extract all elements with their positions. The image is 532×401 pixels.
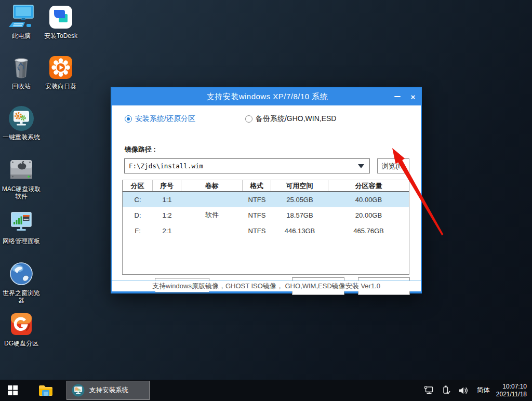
partition-table-header: 分区 序号 卷标 格式 可用空间 分区容量: [123, 180, 409, 192]
mode-radio-group: 安装系统/还原分区 备份系统/GHO,WIN,ESD: [125, 114, 336, 124]
this-pc-icon: [7, 3, 35, 31]
windows-logo-icon: [8, 385, 18, 395]
installer-app-icon: [71, 383, 85, 397]
close-window-button[interactable]: ×: [405, 88, 421, 105]
desktop-icon-dg-partition[interactable]: DG硬盘分区: [0, 311, 43, 347]
clock[interactable]: 10:07:10 2021/11/18: [494, 383, 532, 398]
reinstall-system-icon: [7, 104, 35, 132]
desktop-icon-label: 安装ToDesk: [39, 32, 82, 39]
network-tray-icon[interactable]: [420, 380, 438, 401]
image-path-label: 镜像路径 :: [125, 145, 156, 154]
desktop-icon-world-browser[interactable]: 世界之窗浏览器: [0, 260, 43, 304]
desktop-icon-label: 回收站: [0, 83, 43, 90]
desktop-icon-install-todesk[interactable]: 安装ToDesk: [39, 3, 82, 39]
desktop-icon-network-panel[interactable]: 网络管理面板: [0, 208, 43, 245]
partition-row-f[interactable]: F: 2:1 NTFS 446.13GB 465.76GB: [123, 223, 409, 238]
tray-date: 2021/11/18: [496, 391, 527, 398]
desktop-icon-one-key-reinstall[interactable]: 一键重装系统: [0, 104, 43, 141]
dialog-body: 安装系统/还原分区 备份系统/GHO,WIN,ESD 镜像路径 : F:\Zjd…: [112, 105, 421, 291]
dialog-titlebar[interactable]: 支持安装windows XP/7/8/10 系统 ×: [112, 88, 421, 105]
desktop-icon-label: MAC硬盘读取软件: [0, 185, 43, 200]
recycle-bin-icon: [7, 54, 35, 82]
image-path-combobox[interactable]: F:\Zjds\install.wim: [124, 158, 370, 173]
minimize-button[interactable]: [390, 88, 405, 105]
dialog-statusbar: 支持windows原版镜像，GHOST ISO镜像， GHO,WIM,ESD镜像…: [112, 280, 421, 291]
dialog-title: 支持安装windows XP/7/8/10 系统: [145, 92, 390, 102]
volume-tray-icon[interactable]: [455, 380, 473, 401]
system-tray: 简体 10:07:10 2021/11/18: [420, 380, 532, 401]
partition-row-d[interactable]: D: 1:2 软件 NTFS 18.57GB 20.00GB: [123, 207, 409, 223]
taskbar-item-label: 支持安装系统: [89, 386, 128, 395]
close-icon: ×: [411, 93, 416, 101]
usb-tray-icon[interactable]: [438, 380, 455, 401]
desktop-icon-label: 安装向日葵: [39, 83, 82, 90]
radio-backup-system[interactable]: 备份系统/GHO,WIN,ESD: [245, 114, 337, 124]
desktop-icon-recycle-bin[interactable]: 回收站: [0, 54, 43, 90]
desktop-icon-label: 世界之窗浏览器: [0, 289, 43, 304]
radio-install-system[interactable]: 安装系统/还原分区: [125, 114, 195, 124]
status-text: 支持windows原版镜像，GHOST ISO镜像， GHO,WIM,ESD镜像…: [152, 282, 380, 291]
ime-indicator[interactable]: 简体: [473, 386, 494, 395]
minimize-icon: [394, 96, 401, 97]
sunflower-icon: [47, 54, 75, 82]
dropdown-arrow-icon: [358, 164, 364, 168]
radio-unselected-icon: [245, 115, 252, 123]
desktop-icon-label: 网络管理面板: [0, 237, 43, 245]
partition-table: 分区 序号 卷标 格式 可用空间 分区容量 C: 1:1 NTFS 25.05G…: [122, 180, 409, 275]
desktop-icon-mac-disk-reader[interactable]: MAC硬盘读取软件: [0, 156, 43, 200]
tray-time: 10:07:10: [496, 383, 527, 391]
file-explorer-button[interactable]: [33, 380, 58, 401]
desktop-icon-label: 一键重装系统: [0, 133, 43, 141]
taskbar: 支持安装系统 简体: [0, 380, 532, 401]
image-path-value: F:\Zjds\install.wim: [125, 162, 358, 170]
partition-row-c[interactable]: C: 1:1 NTFS 25.05GB 40.00GB: [123, 192, 409, 207]
mac-drive-icon: [7, 156, 35, 184]
desktop-icon-label: DG硬盘分区: [0, 340, 43, 347]
globe-icon: [7, 260, 35, 288]
radio-selected-icon: [125, 115, 132, 123]
todesk-icon: [47, 3, 75, 31]
desktop-icon-install-sunflower[interactable]: 安装向日葵: [39, 54, 82, 90]
browse-button[interactable]: 浏览(B): [377, 158, 409, 173]
desktop-icon-label: 此电脑: [0, 32, 43, 39]
dg-icon: [7, 311, 35, 339]
taskbar-item-installer[interactable]: 支持安装系统: [66, 381, 150, 400]
desktop-icon-this-pc[interactable]: 此电脑: [0, 3, 43, 39]
folder-icon: [38, 384, 53, 397]
start-button[interactable]: [0, 380, 25, 401]
network-panel-icon: [7, 208, 35, 236]
installer-dialog-window: 支持安装windows XP/7/8/10 系统 × 安装系统/还原分区 备份系…: [111, 87, 422, 293]
